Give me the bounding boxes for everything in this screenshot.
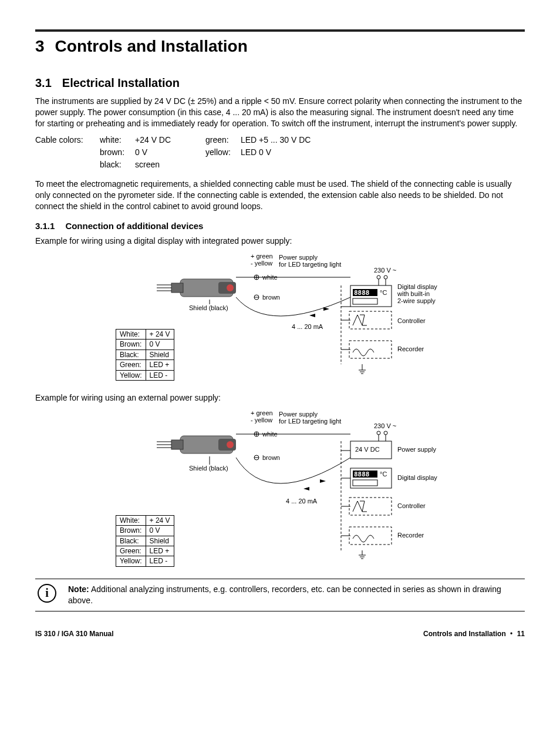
footer-bullet: •: [510, 630, 512, 638]
wt2-r3c1: LED +: [146, 546, 174, 556]
wt1-r1c0: Brown:: [116, 340, 146, 350]
cable-black-label: black:: [100, 159, 135, 170]
label-dd-1c: 2-wire supply: [397, 297, 436, 304]
cable-white-label: white:: [100, 135, 135, 146]
cable-yellow-value: LED 0 V: [241, 147, 525, 158]
wt2-r0c0: White:: [116, 515, 146, 525]
svg-marker-48: [320, 479, 326, 483]
wt2-r2c0: Black:: [116, 536, 146, 546]
label-ps-led-1: Power supply: [279, 254, 318, 261]
svg-rect-23: [349, 311, 392, 329]
label-dd-1b: with built-in: [397, 290, 430, 297]
section-3-1-1-title: Connection of additional devices: [65, 221, 203, 231]
seg-display-2: 8888: [354, 471, 370, 478]
wt1-r0c0: White:: [116, 329, 146, 339]
cable-white-value: +24 V DC: [135, 135, 205, 146]
section-3-1-para-2: To meet the electromagnetic requirements…: [35, 179, 525, 212]
cable-colors-label: Cable colors:: [35, 135, 100, 146]
wt1-r3c0: Green:: [116, 360, 146, 370]
wire-table-2: White:+ 24 V Brown:0 V Black:Shield Gree…: [116, 515, 174, 567]
label-230v-1: 230 V ~: [374, 267, 396, 274]
svg-rect-22: [353, 298, 377, 304]
footer-page: 11: [517, 630, 525, 638]
label-ps: Power supply: [397, 446, 437, 453]
wt2-r2c1: Shield: [146, 536, 174, 546]
seg-display-1: 8888: [354, 289, 370, 297]
label-brown-2: brown: [262, 454, 280, 461]
section-3-1-1-number: 3.1.1: [35, 220, 55, 232]
svg-point-16: [377, 275, 380, 279]
pyrometer-icon: [157, 279, 236, 297]
svg-rect-3: [171, 283, 183, 293]
label-brown: brown: [262, 294, 280, 301]
wt1-r3c1: LED +: [146, 360, 174, 370]
section-3-1-title: Electrical Installation: [62, 76, 180, 89]
cable-green-value: LED +5 ... 30 V DC: [241, 135, 525, 146]
chapter-title: Controls and Installation: [55, 37, 248, 55]
label-ps-led-2: for LED targeting light: [279, 261, 341, 268]
label-24vdc: 24 V DC: [355, 446, 380, 453]
label-230v-2: 230 V ~: [374, 422, 396, 429]
label-plus-green: + green: [251, 253, 273, 260]
pyrometer-icon-2: [157, 436, 236, 453]
label-minus-yellow-2: - yellow: [251, 416, 272, 424]
svg-point-2: [227, 284, 234, 291]
wt2-r4c0: Yellow:: [116, 556, 146, 566]
label-dd-1a: Digital display: [397, 283, 437, 290]
svg-rect-24: [349, 341, 392, 358]
svg-marker-14: [309, 314, 315, 317]
wt1-r4c1: LED -: [146, 370, 174, 380]
svg-point-49: [377, 431, 380, 435]
label-signal-1: 4 ... 20 mA: [292, 323, 323, 330]
label-ps-led-1b: Power supply: [279, 411, 318, 418]
svg-point-17: [384, 275, 387, 279]
note-box: i Note: Additional analyzing instruments…: [35, 579, 525, 611]
cable-green-label: green:: [205, 135, 241, 146]
cable-yellow-label: yellow:: [205, 147, 241, 158]
wt2-r3c0: Green:: [116, 546, 146, 556]
section-3-1-heading: 3.1Electrical Installation: [35, 75, 525, 91]
chapter-heading: 3Controls and Installation: [35, 35, 525, 58]
wt1-r1c1: 0 V: [146, 340, 174, 350]
svg-rect-56: [353, 480, 377, 486]
wt2-r1c1: 0 V: [146, 526, 174, 536]
label-signal-2: 4 ... 20 mA: [286, 498, 318, 505]
svg-marker-15: [323, 307, 329, 311]
wt2-r0c1: + 24 V: [146, 515, 174, 525]
cable-colors-grid: Cable colors: white: +24 V DC green: LED…: [35, 135, 525, 170]
note-label: Note:: [68, 584, 89, 594]
label-ps-led-2b: for LED targeting light: [279, 418, 341, 425]
svg-rect-58: [349, 527, 392, 545]
note-text: Additional analyzing instruments, e.g. c…: [68, 584, 501, 605]
wt1-r2c1: Shield: [146, 350, 174, 359]
label-recorder-1: Recorder: [397, 345, 424, 352]
svg-marker-47: [303, 487, 309, 490]
label-plus-green-2: + green: [251, 409, 273, 416]
top-rule: [35, 29, 525, 32]
note-text-wrap: Note: Additional analyzing instruments, …: [68, 584, 525, 606]
label-minus-yellow: - yellow: [251, 260, 272, 267]
footer-right: Controls and Installation • 11: [423, 629, 525, 639]
svg-rect-36: [171, 440, 183, 449]
label-degc-1: °C: [380, 289, 387, 296]
info-icon: i: [38, 584, 56, 603]
label-recorder-2: Recorder: [397, 532, 424, 539]
label-shield-black: Shield (black): [189, 304, 228, 311]
svg-point-35: [227, 441, 234, 448]
footer-left: IS 310 / IGA 310 Manual: [35, 629, 114, 639]
page-footer: IS 310 / IGA 310 Manual Controls and Ins…: [35, 629, 525, 639]
label-shield-black-2: Shield (black): [189, 465, 228, 472]
svg-rect-57: [349, 498, 392, 515]
section-3-1-para-1: The instruments are supplied by 24 V DC …: [35, 96, 525, 129]
wt1-r2c0: Black:: [116, 350, 146, 359]
wt2-r4c1: LED -: [146, 556, 174, 566]
wt1-r0c1: + 24 V: [146, 329, 174, 339]
cable-brown-value: 0 V: [135, 147, 205, 158]
footer-section: Controls and Installation: [423, 630, 506, 638]
diagram-1-caption: Example for wiring using a digital displ…: [35, 236, 525, 247]
wt2-r1c0: Brown:: [116, 526, 146, 536]
label-degc-2: °C: [380, 471, 387, 478]
svg-point-50: [384, 431, 387, 435]
wire-table-1: White:+ 24 V Brown:0 V Black:Shield Gree…: [116, 329, 174, 381]
section-3-1-number: 3.1: [35, 75, 52, 91]
